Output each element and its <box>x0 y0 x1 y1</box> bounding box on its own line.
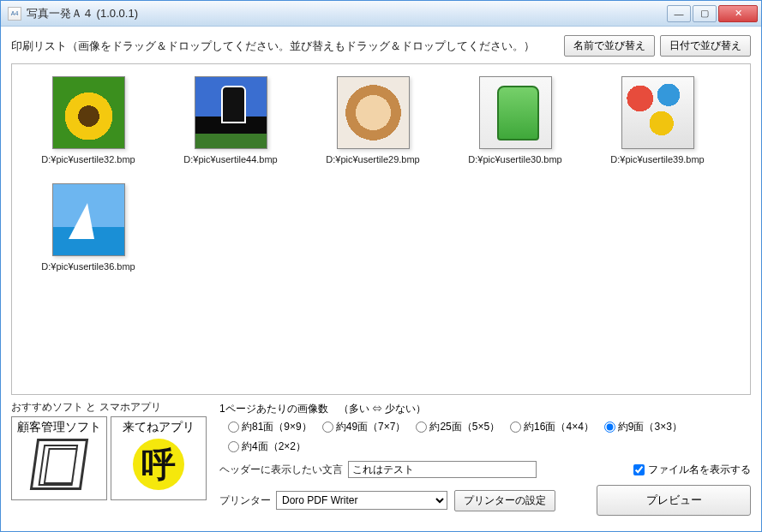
thumbnail-label: D:¥pic¥usertile30.bmp <box>468 154 561 164</box>
instruction-text: 印刷リスト（画像をドラッグ＆ドロップしてください。並び替えもドラッグ＆ドロップし… <box>11 39 559 54</box>
sort-by-name-button[interactable]: 名前で並び替え <box>564 35 655 57</box>
per-page-label: 1ページあたりの画像数 （多い ⇔ 少ない） <box>219 402 751 416</box>
preview-button[interactable]: プレビュー <box>597 485 751 516</box>
per-page-option-81[interactable]: 約81面（9×9） <box>228 420 312 434</box>
thumbnail-image[interactable] <box>52 76 125 149</box>
per-page-option-9[interactable]: 約9面（3×3） <box>604 420 682 434</box>
titlebar: A4 写真一発Ａ４ (1.0.0.1) — ▢ ✕ <box>1 1 761 27</box>
list-item[interactable]: D:¥pic¥usertile39.bmp <box>593 76 722 164</box>
call-icon: 呼 <box>133 439 184 490</box>
list-item[interactable]: D:¥pic¥usertile30.bmp <box>451 76 579 164</box>
show-filename-checkbox[interactable]: ファイル名を表示する <box>633 463 751 477</box>
printer-select[interactable]: Doro PDF Writer <box>276 491 447 510</box>
printer-settings-button[interactable]: プリンターの設定 <box>454 490 555 511</box>
recommend-label: 顧客管理ソフト <box>12 417 106 437</box>
recommend-item-app[interactable]: 来てねアプリ 呼 <box>111 416 207 500</box>
recommend-item-crm[interactable]: 顧客管理ソフト <box>11 416 107 500</box>
list-item[interactable]: D:¥pic¥usertile44.bmp <box>166 76 295 164</box>
thumbnail-label: D:¥pic¥usertile44.bmp <box>183 154 277 164</box>
recommend-label: 来てねアプリ <box>111 417 206 437</box>
list-item[interactable]: D:¥pic¥usertile32.bmp <box>24 76 153 164</box>
list-item[interactable]: D:¥pic¥usertile36.bmp <box>24 183 153 272</box>
per-page-option-49[interactable]: 約49面（7×7） <box>322 420 406 434</box>
minimize-button[interactable]: — <box>667 5 691 22</box>
close-button[interactable]: ✕ <box>718 5 758 22</box>
thumbnail-label: D:¥pic¥usertile36.bmp <box>41 261 135 272</box>
per-page-option-4[interactable]: 約4面（2×2） <box>228 439 306 454</box>
maximize-button[interactable]: ▢ <box>693 5 717 22</box>
app-icon: A4 <box>8 7 21 21</box>
thumbnail-image[interactable] <box>195 76 267 149</box>
recommend-title: おすすめソフト と スマホアプリ <box>11 400 213 415</box>
window-title: 写真一発Ａ４ (1.0.0.1) <box>27 6 138 21</box>
per-page-options: 約81面（9×9） 約49面（7×7） 約25面（5×5） 約16面（4×4） … <box>228 420 751 454</box>
thumbnail-image[interactable] <box>479 76 552 149</box>
list-item[interactable]: D:¥pic¥usertile29.bmp <box>309 76 437 164</box>
header-text-input[interactable] <box>348 461 537 478</box>
per-page-option-16[interactable]: 約16面（4×4） <box>510 420 594 434</box>
thumbnail-image[interactable] <box>621 76 694 149</box>
header-text-label: ヘッダーに表示したい文言 <box>219 463 343 477</box>
thumbnail-label: D:¥pic¥usertile29.bmp <box>326 154 419 164</box>
sort-by-date-button[interactable]: 日付で並び替え <box>660 35 751 57</box>
printer-label: プリンター <box>219 493 271 508</box>
thumbnail-label: D:¥pic¥usertile39.bmp <box>610 154 704 164</box>
crm-icon <box>30 439 88 490</box>
thumbnail-image[interactable] <box>337 76 410 149</box>
print-list[interactable]: D:¥pic¥usertile32.bmp D:¥pic¥usertile44.… <box>11 63 751 395</box>
per-page-option-25[interactable]: 約25面（5×5） <box>416 420 500 434</box>
thumbnail-image[interactable] <box>52 183 125 256</box>
thumbnail-label: D:¥pic¥usertile32.bmp <box>41 154 135 164</box>
